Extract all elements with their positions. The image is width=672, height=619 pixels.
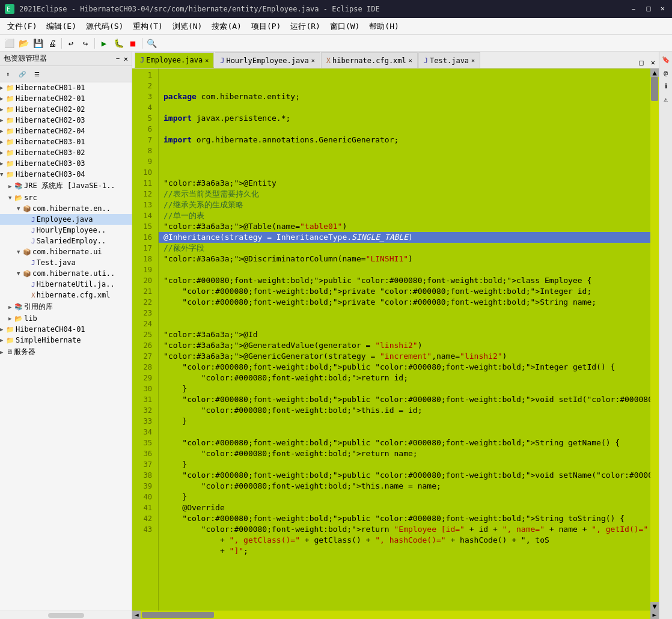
line-num-42: 42 <box>137 513 154 524</box>
tab-close-hourly[interactable]: ✕ <box>311 57 315 64</box>
maximize-button[interactable]: □ <box>644 4 653 14</box>
tree-item-salariedemploy..[interactable]: J SalariedEmploy.. <box>0 236 132 246</box>
tb-undo[interactable]: ↩ <box>64 37 78 50</box>
menu-refactor[interactable]: 重构(T) <box>128 20 167 33</box>
tree-item-服务器[interactable]: ▶ 🖥 服务器 <box>0 346 132 358</box>
hscroll-left[interactable]: ◄ <box>132 611 141 619</box>
right-icon-info[interactable]: ℹ <box>661 81 671 91</box>
editor-max-btn[interactable]: □ <box>636 57 647 68</box>
tab-employee-java[interactable]: J Employee.java ✕ <box>135 52 214 68</box>
tree-item-com.hibernate.uti..[interactable]: ▼ 📦 com.hibernate.uti.. <box>0 268 132 279</box>
tree-item-jre-系统库-[javase-1..[interactable]: ▶ 📚 JRE 系统库 [JavaSE-1.. <box>0 180 132 192</box>
hscroll-thumb[interactable] <box>142 612 214 618</box>
tab-hibernate-xml[interactable]: X hibernate.cfg.xml ✕ <box>321 52 418 68</box>
scroll-thumb[interactable] <box>651 77 658 101</box>
tab-icon3: X <box>326 56 331 65</box>
tb-redo[interactable]: ↪ <box>79 37 92 50</box>
menu-help[interactable]: 帮助(H) <box>364 20 403 33</box>
tree-item-hibernatech02-01[interactable]: ▶ 📁 HibernateCH02-01 <box>0 93 132 104</box>
tree-item-com.hibernate.ui[interactable]: ▼ 📦 com.hibernate.ui <box>0 246 132 257</box>
line-num-28: 28 <box>137 362 154 373</box>
tree-item-test.java[interactable]: J Test.java <box>0 257 132 268</box>
close-button[interactable]: ✕ <box>658 4 667 14</box>
tab-close-employee[interactable]: ✕ <box>205 57 209 64</box>
tree-item-hibernatech01-01[interactable]: ▶ 📁 HibernateCH01-01 <box>0 82 132 93</box>
tree-item-hibernateutil.ja..[interactable]: J HibernateUtil.ja.. <box>0 279 132 290</box>
editor-close-btn[interactable]: ✕ <box>647 57 659 68</box>
line-num-34: 34 <box>137 427 154 438</box>
tb-print[interactable]: 🖨 <box>46 37 59 50</box>
tree-item-hibernatech02-04[interactable]: ▶ 📁 HibernateCH02-04 <box>0 126 132 136</box>
tb-run[interactable]: ▶ <box>97 37 111 50</box>
tree-item-引用的库[interactable]: ▶ 📚 引用的库 <box>0 300 132 313</box>
code-editor: 1234567891011121314151617181920212223242… <box>132 69 659 611</box>
tree-item-hibernatech03-03[interactable]: ▶ 📁 HibernateCH03-03 <box>0 158 132 169</box>
tb-stop[interactable]: ■ <box>126 37 139 50</box>
menu-search[interactable]: 搜索(A) <box>207 20 246 33</box>
menu-window[interactable]: 窗口(W) <box>325 20 364 33</box>
tree-item-hibernatech03-04[interactable]: ▼ 📁 HibernateCH03-04 <box>0 169 132 180</box>
menu-source[interactable]: 源代码(S) <box>81 20 128 33</box>
line-num-36: 36 <box>137 448 154 459</box>
code-line-38: } <box>163 492 646 502</box>
tree-icon: 📁 <box>6 337 14 344</box>
code-line-11: //继承关系的生成策略 <box>163 200 646 210</box>
tree-item-hibernatech02-03[interactable]: ▶ 📁 HibernateCH02-03 <box>0 115 132 126</box>
tree-item-src[interactable]: ▼ 📂 src <box>0 192 132 203</box>
sidebar-tb-link[interactable]: 🔗 <box>16 67 29 81</box>
code-line-40: "color:#000080;font-weight:bold;">public… <box>163 513 646 524</box>
right-icon-at[interactable]: @ <box>661 67 671 78</box>
tree-label: 引用的库 <box>24 302 53 312</box>
sidebar-scrollbar[interactable] <box>0 611 132 619</box>
code-line-10: //表示当前类型需要持久化 <box>163 189 646 200</box>
sidebar-tb-collapse[interactable]: ⬆ <box>1 67 14 81</box>
scroll-up[interactable]: ▲ <box>650 69 659 77</box>
tb-new[interactable]: ⬜ <box>2 37 16 50</box>
sidebar-minimize[interactable]: － <box>114 53 121 64</box>
tab-close-xml[interactable]: ✕ <box>409 57 412 64</box>
minimize-button[interactable]: － <box>628 4 640 14</box>
tree-item-hourlyemployee..[interactable]: J HourlyEmployee.. <box>0 225 132 236</box>
hscroll-right[interactable]: ► <box>650 611 659 619</box>
tree-item-hibernatech04-01[interactable]: ▶ 📁 HibernateCH04-01 <box>0 324 132 335</box>
menu-file[interactable]: 文件(F) <box>2 20 41 33</box>
menu-project[interactable]: 项目(P) <box>246 20 286 33</box>
tree-item-hibernate.cfg.xml[interactable]: X hibernate.cfg.xml <box>0 290 132 300</box>
scroll-down[interactable]: ▼ <box>650 602 659 611</box>
tb-search[interactable]: 🔍 <box>145 37 158 50</box>
tab-test-java[interactable]: J Test.java ✕ <box>418 52 480 68</box>
tree-item-hibernatech02-02[interactable]: ▶ 📁 HibernateCH02-02 <box>0 104 132 115</box>
sidebar-tb-menu[interactable]: ☰ <box>30 67 43 81</box>
sidebar-close[interactable]: ✕ <box>124 55 128 63</box>
tree-item-hibernatech03-01[interactable]: ▶ 📁 HibernateCH03-01 <box>0 136 132 147</box>
tree-expand: ▶ <box>0 139 6 145</box>
tree-item-lib[interactable]: ▶ 📂 lib <box>0 313 132 324</box>
tree-label: HibernateCH01-01 <box>16 84 85 92</box>
code-line-9: "color:#3a6a3a;">@Entity <box>163 178 646 189</box>
tree-item-simplehibernate[interactable]: ▶ 📁 SimpleHibernate <box>0 335 132 346</box>
tb-sep2 <box>94 38 95 49</box>
line-num-3: 3 <box>137 91 154 102</box>
code-line-39: @Override <box>163 502 646 513</box>
vertical-scrollbar[interactable]: ▲ ▼ <box>650 69 659 611</box>
tb-save[interactable]: 💾 <box>31 37 44 50</box>
code-line-16: "color:#3a6a3a;">@DiscriminatorColumn(na… <box>163 254 646 264</box>
tree-item-hibernatech03-02[interactable]: ▶ 📁 HibernateCH03-02 <box>0 147 132 158</box>
tree-icon: 📦 <box>23 248 31 256</box>
tree-item-employee.java[interactable]: J Employee.java <box>0 214 132 225</box>
line-num-33: 33 <box>137 416 154 427</box>
menu-edit[interactable]: 编辑(E) <box>41 20 81 33</box>
package-explorer: 包资源管理器 － ✕ ⬆ 🔗 ☰ ▶ 📁 HibernateCH01-01 ▶ … <box>0 52 132 619</box>
tree-item-com.hibernate.en..[interactable]: ▼ 📦 com.hibernate.en.. <box>0 203 132 214</box>
horizontal-scrollbar[interactable]: ◄ ► <box>132 611 659 619</box>
right-icon-bookmark[interactable]: 🔖 <box>661 54 671 65</box>
tab-close-test[interactable]: ✕ <box>471 57 475 64</box>
right-icon-warn[interactable]: ⚠ <box>661 94 671 105</box>
tab-hourly-java[interactable]: J HourlyEmployee.java ✕ <box>215 52 320 68</box>
menu-run[interactable]: 运行(R) <box>286 20 325 33</box>
code-content[interactable]: package com.hibernate.entity;import java… <box>159 69 650 611</box>
line-num-7: 7 <box>137 135 154 145</box>
menu-navigate[interactable]: 浏览(N) <box>168 20 207 33</box>
tb-debug[interactable]: 🐛 <box>112 37 125 50</box>
tb-open[interactable]: 📂 <box>17 37 30 50</box>
